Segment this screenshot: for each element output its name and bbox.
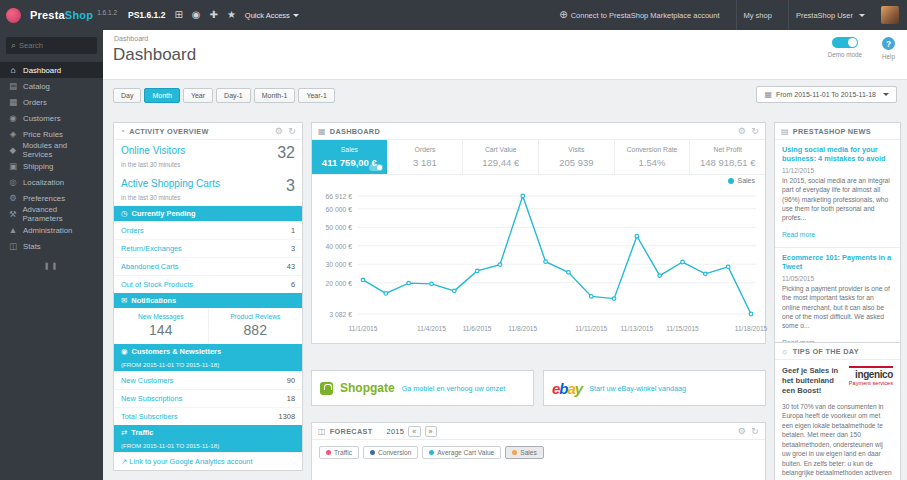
refresh-icon[interactable]: ↻ xyxy=(751,426,759,436)
online-visitors-link[interactable]: Online Visitors xyxy=(121,145,185,156)
kpi-visits[interactable]: Visits205 939 xyxy=(539,140,615,174)
activity-panel-header: ◔ ACTIVITY OVERVIEW ⚙↻ xyxy=(114,123,302,140)
ingenico-brand-name: ingenico xyxy=(849,366,893,380)
sidebar-item-shipping[interactable]: ▣Shipping xyxy=(0,158,103,174)
sidebar-item-catalog[interactable]: ▤Catalog xyxy=(0,78,103,94)
administration-icon: ▲ xyxy=(8,225,18,235)
read-more-link[interactable]: Read more xyxy=(782,231,815,238)
sidebar-item-label: Dashboard xyxy=(23,66,61,75)
period-month-1-button[interactable]: Month-1 xyxy=(254,88,296,103)
gear-icon[interactable]: ⚙ xyxy=(738,126,746,136)
ingenico-logo: ingenico Payment services xyxy=(849,366,893,396)
kpi-row: Sales411 759,00 € Orders3 181 Cart Value… xyxy=(312,140,765,175)
row-link[interactable]: New Subscriptions xyxy=(121,394,182,403)
user-avatar[interactable] xyxy=(881,6,899,24)
period-day-1-button[interactable]: Day-1 xyxy=(216,88,251,103)
add-icon[interactable]: ✚ xyxy=(210,10,218,20)
new-messages-cell[interactable]: New Messages144 xyxy=(114,308,208,344)
kpi-orders[interactable]: Orders3 181 xyxy=(388,140,464,174)
search-input[interactable] xyxy=(19,41,92,50)
next-year-button[interactable]: » xyxy=(425,426,437,437)
shopgate-link[interactable]: Ga mobiel en verhoog uw omzet xyxy=(402,384,505,393)
ingenico-brand-subtitle: Payment services xyxy=(849,380,893,386)
active-carts-link[interactable]: Active Shopping Carts xyxy=(121,178,220,189)
help-control: ? Help xyxy=(882,37,895,60)
article-headline-link[interactable]: Using social media for your business: 4 … xyxy=(782,145,893,164)
my-shop-label: My shop xyxy=(744,11,772,20)
shop-name[interactable]: PS1.6.1.2 xyxy=(128,10,165,20)
date-range-label: From 2015-11-01 To 2015-11-18 xyxy=(776,91,876,98)
kpi-toggle[interactable] xyxy=(369,164,383,171)
main-content: Dashboard Dashboard Demo mode ? Help Day… xyxy=(103,30,907,480)
sidebar-item-modules[interactable]: ◆Modules and Services xyxy=(0,142,103,158)
google-analytics-label: Link to your Google Analytics account xyxy=(129,457,252,466)
ebay-link[interactable]: Start uw eBay-winkel vandaag xyxy=(589,384,686,393)
row-link[interactable]: Abandoned Carts xyxy=(121,262,179,271)
sidebar-item-advanced-parameters[interactable]: ⚒Advanced Parameters xyxy=(0,206,103,222)
marketplace-link[interactable]: ⊕Connect to PrestaShop Marketplace accou… xyxy=(552,0,726,30)
user-menu[interactable]: PrestaShop User xyxy=(788,0,872,30)
tools-icon: ⚒ xyxy=(8,209,17,219)
kpi-net-profit[interactable]: Net Profit148 918,51 € xyxy=(690,140,765,174)
previous-year-button[interactable]: « xyxy=(408,426,420,437)
period-year-1-button[interactable]: Year-1 xyxy=(298,88,334,103)
forecast-chip-traffic[interactable]: Traffic xyxy=(319,446,359,459)
kpi-conversion-rate[interactable]: Conversion Rate1.54% xyxy=(615,140,691,174)
my-shop-link[interactable]: My shop xyxy=(736,0,779,30)
row-link[interactable]: Orders xyxy=(121,226,144,235)
demo-mode-toggle[interactable] xyxy=(832,37,858,48)
sidebar-item-price-rules[interactable]: ◈Price Rules xyxy=(0,126,103,142)
sidebar-item-administration[interactable]: ▲Administration xyxy=(0,222,103,238)
shopgate-logo: Shopgate xyxy=(340,381,395,395)
period-day-button[interactable]: Day xyxy=(113,88,141,103)
legend-dot-icon xyxy=(728,178,734,184)
notifications-title: Notifications xyxy=(131,296,176,305)
row-link[interactable]: New Customers xyxy=(121,376,174,385)
forecast-chip-conversion[interactable]: Conversion xyxy=(363,446,418,459)
prestashop-brand[interactable]: PrestaShop xyxy=(30,9,93,21)
chevron-down-icon xyxy=(293,14,299,17)
forecast-chip-sales[interactable]: Sales xyxy=(505,446,544,459)
product-reviews-cell[interactable]: Product Reviews882 xyxy=(208,308,303,344)
notifications-cells: New Messages144 Product Reviews882 xyxy=(114,308,302,344)
refresh-icon[interactable]: ↻ xyxy=(288,126,296,136)
sidebar-item-dashboard[interactable]: ⌂Dashboard xyxy=(0,62,103,78)
row-value: 43 xyxy=(287,262,295,271)
tips-content: Geef je Sales in het buitenland een Boos… xyxy=(775,360,900,480)
active-carts-subtext: in the last 30 minutes xyxy=(114,194,302,206)
gear-icon[interactable]: ⚙ xyxy=(275,126,283,136)
google-analytics-link[interactable]: ↗ Link to your Google Analytics account xyxy=(121,457,253,466)
prestashop-admin-window: PrestaShop 1.6.1.2 PS1.6.1.2 ⊞ ◉ ✚ ★ Qui… xyxy=(0,0,907,480)
row-link[interactable]: Total Subscribers xyxy=(121,412,178,421)
article-headline-link[interactable]: Ecommerce 101: Payments in a Tweet xyxy=(782,253,893,272)
gear-icon[interactable]: ⚙ xyxy=(738,426,746,436)
sidebar-item-localization[interactable]: ◎Localization xyxy=(0,174,103,190)
pending-row-abandoned-carts: Abandoned Carts43 xyxy=(114,257,302,275)
customers-icon[interactable]: ◉ xyxy=(192,10,201,20)
period-year-button[interactable]: Year xyxy=(183,88,213,103)
refresh-icon[interactable]: ↻ xyxy=(751,126,759,136)
kpi-cart-value[interactable]: Cart Value129,44 € xyxy=(463,140,539,174)
traffic-dot-icon xyxy=(326,450,331,455)
sidebar-collapse-button[interactable]: ❚❚ xyxy=(0,262,103,270)
kpi-sales[interactable]: Sales411 759,00 € xyxy=(312,140,388,174)
chart-legend-label: Sales xyxy=(737,177,755,184)
date-range-button[interactable]: ▦ From 2015-11-01 To 2015-11-18 xyxy=(756,86,897,103)
quick-access-menu[interactable]: Quick Access xyxy=(245,11,299,20)
sidebar-item-customers[interactable]: ◉Customers xyxy=(0,110,103,126)
cart-icon[interactable]: ⊞ xyxy=(174,10,182,20)
article-excerpt: In 2015, social media are an integral pa… xyxy=(782,176,893,223)
sidebar-item-orders[interactable]: ▦Orders xyxy=(0,94,103,110)
sidebar-item-preferences[interactable]: ⚙Preferences xyxy=(0,190,103,206)
period-month-button[interactable]: Month xyxy=(144,88,179,103)
traffic-range: (FROM 2015-11-01 TO 2015-11-18) xyxy=(121,442,295,449)
forecast-panel-title: FORECAST xyxy=(330,427,373,436)
row-link[interactable]: Return/Exchanges xyxy=(121,244,182,253)
forecast-chip-average-cart-value[interactable]: Average Cart Value xyxy=(422,446,501,459)
trophy-icon[interactable]: ★ xyxy=(227,10,236,20)
sidebar-search[interactable]: ⌕ xyxy=(6,37,97,54)
row-link[interactable]: Out of Stock Products xyxy=(121,280,193,289)
sidebar-item-stats[interactable]: ◫Stats xyxy=(0,238,103,254)
module-ads-row: Shopgate Ga mobiel en verhoog uw omzet e… xyxy=(311,370,766,406)
help-icon[interactable]: ? xyxy=(882,37,895,50)
